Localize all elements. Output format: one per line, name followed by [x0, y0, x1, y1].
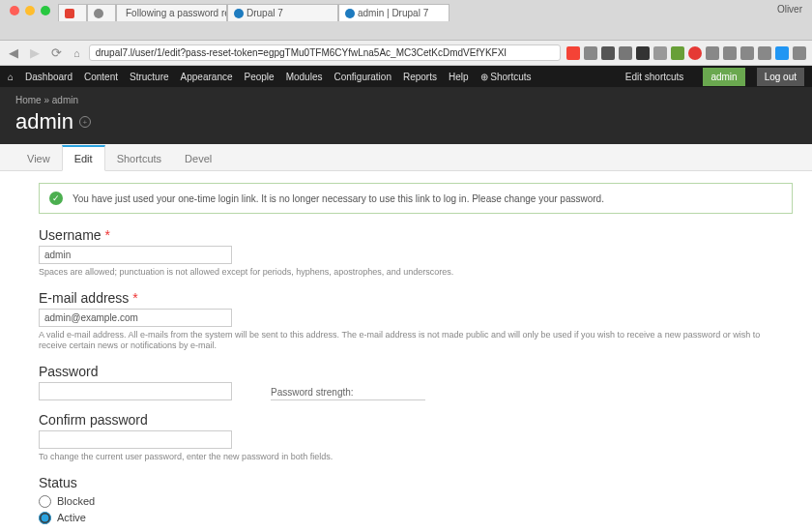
add-shortcut-icon[interactable]: +: [79, 116, 91, 128]
tab-view[interactable]: View: [15, 147, 62, 170]
page-title-text: admin: [15, 109, 73, 134]
username-label: Username *: [39, 227, 793, 243]
toolbar-shortcuts[interactable]: ⊕ Shortcuts: [480, 72, 532, 82]
home-button[interactable]: ⌂: [71, 47, 83, 59]
drupal-icon: [234, 9, 244, 18]
username-input[interactable]: [39, 246, 232, 264]
edit-shortcuts-button[interactable]: Edit shortcuts: [618, 68, 692, 86]
confirm-password-description: To change the current user password, ent…: [39, 452, 773, 463]
confirm-password-label: Confirm password: [39, 412, 793, 428]
email-description: A valid e-mail address. All e-mails from…: [39, 330, 773, 352]
breadcrumb-current: admin: [52, 95, 78, 105]
toolbar-shortcuts-label: Shortcuts: [490, 72, 531, 82]
toolbar-home-icon[interactable]: ⌂: [8, 72, 14, 82]
ext-icon[interactable]: [601, 46, 615, 60]
status-text: You have just used your one-time login l…: [72, 193, 604, 204]
password-strength: Password strength:: [271, 387, 425, 400]
tab-label: Drupal 7: [246, 8, 283, 18]
ext-icon[interactable]: [775, 46, 789, 60]
check-icon: ✓: [49, 192, 63, 205]
url-input[interactable]: drupal7.l/user/1/edit?pass-reset-token=e…: [89, 44, 561, 61]
ext-icon[interactable]: [636, 46, 650, 60]
breadcrumb-sep: »: [44, 95, 49, 105]
status-blocked-label: Blocked: [57, 495, 95, 507]
url-text: drupal7.l/user/1/edit?pass-reset-token=e…: [96, 47, 507, 58]
toolbar-dashboard[interactable]: Dashboard: [25, 72, 72, 82]
toolbar-configuration[interactable]: Configuration: [334, 72, 391, 82]
toolbar-reports[interactable]: Reports: [403, 72, 437, 82]
password-input[interactable]: [39, 382, 232, 400]
logout-button[interactable]: Log out: [757, 68, 804, 86]
page-title: admin +: [15, 105, 797, 144]
menu-icon[interactable]: [793, 46, 806, 60]
status-message: ✓ You have just used your one-time login…: [39, 183, 793, 214]
toolbar-structure[interactable]: Structure: [130, 72, 169, 82]
status-legend: Status: [39, 475, 793, 490]
status-blocked-radio[interactable]: [39, 495, 51, 508]
person-icon: [94, 9, 103, 18]
tab-devel[interactable]: Devel: [173, 147, 223, 170]
status-active-radio[interactable]: [39, 512, 51, 524]
admin-user-button[interactable]: admin: [703, 68, 744, 86]
ext-icon[interactable]: [619, 46, 632, 60]
page-header: Home » admin admin +: [0, 87, 812, 144]
field-confirm-password: Confirm password To change the current u…: [39, 412, 793, 463]
tab-admin-drupal7[interactable]: admin | Drupal 7: [338, 4, 450, 21]
username-description: Spaces are allowed; punctuation is not a…: [39, 267, 773, 279]
status-active-label: Active: [57, 512, 86, 523]
tab-gmail[interactable]: [58, 4, 87, 21]
toolbar-people[interactable]: People: [245, 72, 275, 82]
confirm-password-input[interactable]: [39, 430, 232, 449]
forward-button[interactable]: ▶: [27, 45, 43, 60]
email-input[interactable]: [39, 309, 232, 327]
field-password: Password Password strength:: [39, 364, 793, 400]
ext-icon[interactable]: [706, 46, 719, 60]
close-window-button[interactable]: [10, 6, 19, 15]
browser-tabs: Following a password res… Drupal 7 admin…: [58, 4, 812, 21]
ext-icon[interactable]: [584, 46, 597, 60]
field-status: Status Blocked Active: [39, 475, 793, 526]
reload-button[interactable]: ⟳: [48, 45, 65, 60]
email-label: E-mail address *: [39, 290, 793, 306]
breadcrumb: Home » admin: [15, 95, 797, 105]
ext-icon[interactable]: [723, 46, 737, 60]
password-label: Password: [39, 364, 232, 379]
tab-person[interactable]: [87, 4, 116, 21]
ext-icon[interactable]: [740, 46, 754, 60]
maximize-window-button[interactable]: [41, 6, 50, 15]
address-bar: ◀ ▶ ⟳ ⌂ drupal7.l/user/1/edit?pass-reset…: [0, 41, 812, 66]
field-email: E-mail address * A valid e-mail address.…: [39, 290, 793, 352]
tab-shortcuts[interactable]: Shortcuts: [105, 147, 173, 170]
tab-drupal7[interactable]: Drupal 7: [227, 4, 338, 21]
back-button[interactable]: ◀: [6, 45, 21, 60]
ext-icon[interactable]: [758, 46, 771, 60]
tab-label: Following a password res…: [126, 8, 227, 18]
content-region: ✓ You have just used your one-time login…: [0, 171, 812, 532]
ext-icon[interactable]: [671, 46, 684, 60]
ext-icon[interactable]: [688, 46, 702, 60]
local-tabs: View Edit Shortcuts Devel: [0, 144, 812, 171]
browser-chrome: Oliver Following a password res… Drupal …: [0, 0, 812, 41]
field-username: Username * Spaces are allowed; punctuati…: [39, 227, 793, 279]
minimize-window-button[interactable]: [25, 6, 35, 15]
drupal-icon: [345, 9, 355, 18]
tab-edit[interactable]: Edit: [62, 145, 105, 171]
ext-icon[interactable]: [566, 46, 580, 60]
gmail-icon: [65, 9, 74, 18]
toolbar-modules[interactable]: Modules: [286, 72, 323, 82]
toolbar-content[interactable]: Content: [84, 72, 118, 82]
toolbar-appearance[interactable]: Appearance: [181, 72, 233, 82]
admin-toolbar: ⌂ Dashboard Content Structure Appearance…: [0, 66, 812, 87]
tab-label: admin | Drupal 7: [358, 8, 428, 18]
status-blocked-option[interactable]: Blocked: [39, 493, 793, 510]
tab-drupal-followup[interactable]: Following a password res…: [116, 4, 227, 21]
toolbar-help[interactable]: Help: [449, 72, 469, 82]
breadcrumb-home[interactable]: Home: [15, 95, 42, 105]
status-active-option[interactable]: Active: [39, 510, 793, 526]
extension-icons: [566, 46, 806, 60]
ext-icon[interactable]: [653, 46, 667, 60]
